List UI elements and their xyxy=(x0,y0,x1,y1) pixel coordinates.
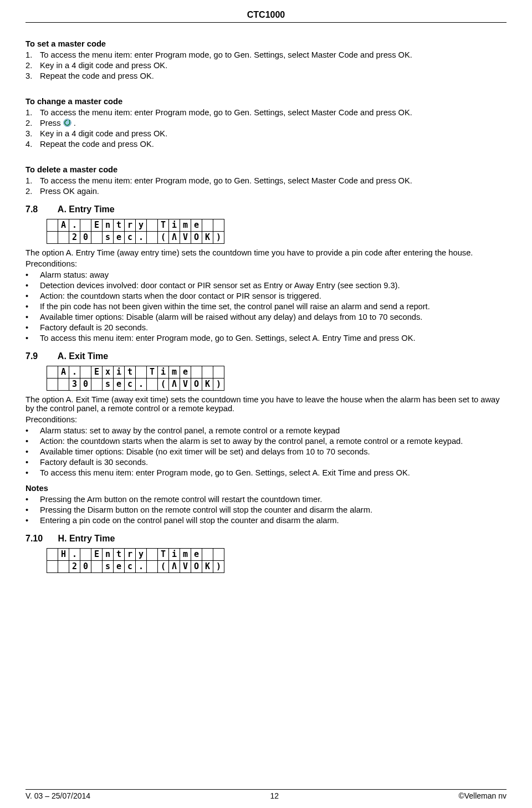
bullet-marker: • xyxy=(25,270,40,279)
heading-notes: Notes xyxy=(25,484,507,493)
heading-num: 7.8 xyxy=(25,204,55,214)
change-master-step: 1.To access the menu item: enter Program… xyxy=(25,108,507,117)
lcd-cell xyxy=(47,219,58,232)
bullet-text: Factory default is 30 seconds. xyxy=(40,458,148,467)
page-footer: V. 03 – 25/07/2014 12 ©Velleman nv xyxy=(25,789,507,800)
lcd-cell: m xyxy=(180,219,191,232)
bullet-text: Pressing the Arm button on the remote co… xyxy=(40,495,322,504)
lcd-cell: s xyxy=(103,561,114,573)
lcd-cell: K xyxy=(202,561,213,573)
lcd-cell: e xyxy=(114,379,125,391)
heading-num: 7.10 xyxy=(25,534,55,544)
text: Repeat the code and press OK. xyxy=(40,71,154,80)
lcd-cell: t xyxy=(125,366,136,379)
lcd-cell: t xyxy=(114,219,125,232)
heading-num: 7.9 xyxy=(25,351,55,361)
heading-7-10: 7.10 H. Entry Time xyxy=(25,534,507,544)
lcd-cell xyxy=(47,366,58,379)
lcd-cell: Ʌ xyxy=(169,379,180,391)
lcd-cell xyxy=(47,561,58,573)
change-master-step: 2. Press . xyxy=(25,119,507,127)
lcd-cell: E xyxy=(91,366,103,379)
heading-change-master: To change a master code xyxy=(25,97,507,106)
bullet-marker: • xyxy=(25,292,40,300)
lcd-cell xyxy=(147,232,158,244)
text: Repeat the code and press OK. xyxy=(40,140,154,149)
lcd-cell: 3 xyxy=(69,379,80,391)
bullet-marker: • xyxy=(25,495,40,504)
bullet-text: Alarm status: set to away by the control… xyxy=(40,426,340,435)
bullet-item: •Available timer options: Disable (no ex… xyxy=(25,447,507,456)
lcd-cell xyxy=(58,379,69,391)
text: To access the menu item: enter Program m… xyxy=(40,108,412,117)
bullet-item: •Pressing the Disarm button on the remot… xyxy=(25,505,507,514)
lcd-cell xyxy=(213,549,224,561)
lcd-cell: m xyxy=(169,366,180,379)
footer-page-num: 12 xyxy=(270,791,279,800)
heading-delete-master: To delete a master code xyxy=(25,165,507,174)
bullet-marker: • xyxy=(25,437,40,446)
delete-master-step: 2.Press OK again. xyxy=(25,187,507,196)
bullet-list-79: •Alarm status: set to away by the contro… xyxy=(25,426,507,477)
bullet-item: •Factory default is 20 seconds. xyxy=(25,323,507,332)
lcd-cell xyxy=(58,232,69,244)
lcd-cell: 0 xyxy=(80,379,91,391)
text: Press OK again. xyxy=(40,187,99,196)
bullet-marker: • xyxy=(25,302,40,311)
header-rule xyxy=(25,22,507,23)
refresh-icon xyxy=(63,119,71,127)
bullet-item: •Alarm status: set to away by the contro… xyxy=(25,426,507,435)
lcd-cell: e xyxy=(191,219,202,232)
text: Key in a 4 digit code and press OK. xyxy=(40,61,167,70)
bullet-text: Action: the countdown starts when the do… xyxy=(40,292,321,300)
bullet-text: To access this menu item: enter Program … xyxy=(40,468,410,477)
bullet-marker: • xyxy=(25,313,40,321)
bullet-item: •Factory default is 30 seconds. xyxy=(25,458,507,467)
bullet-text: Available timer options: Disable (no exi… xyxy=(40,447,370,456)
lcd-cell xyxy=(58,561,69,573)
lcd-cell: r xyxy=(125,549,136,561)
lcd-a-exit-time: A. Exit Time 30 sec. (ɅVOK) xyxy=(47,366,224,391)
lcd-cell: e xyxy=(114,561,125,573)
lcd-cell: 0 xyxy=(80,561,91,573)
lcd-cell: ( xyxy=(158,561,169,573)
lcd-cell: 0 xyxy=(80,232,91,244)
text-frag: Press xyxy=(40,119,63,127)
lcd-cell xyxy=(147,561,158,573)
heading-7-8: 7.8 A. Entry Time xyxy=(25,204,507,214)
doc-header: CTC1000 xyxy=(25,10,507,22)
lcd-cell xyxy=(202,549,213,561)
bullet-item: •Pressing the Arm button on the remote c… xyxy=(25,495,507,504)
lcd-cell: ( xyxy=(158,379,169,391)
bullet-item: •If the pin code has not been given with… xyxy=(25,302,507,311)
bullet-marker: • xyxy=(25,334,40,342)
lcd-cell: y xyxy=(136,219,147,232)
lcd-cell: i xyxy=(158,366,169,379)
lcd-cell: ) xyxy=(213,379,224,391)
lcd-cell: i xyxy=(169,549,180,561)
lcd-cell: K xyxy=(202,379,213,391)
set-master-step: 1.To access the menu item: enter Program… xyxy=(25,50,507,59)
lcd-cell: ) xyxy=(213,232,224,244)
lcd-cell: t xyxy=(114,549,125,561)
footer-rule xyxy=(25,789,507,790)
lcd-cell: e xyxy=(180,366,191,379)
text: Press . xyxy=(40,119,76,127)
text-frag: . xyxy=(74,119,76,127)
bullet-marker: • xyxy=(25,468,40,477)
footer-version: V. 03 – 25/07/2014 xyxy=(25,791,90,800)
bullet-marker: • xyxy=(25,458,40,467)
lcd-cell: s xyxy=(103,379,114,391)
lcd-cell xyxy=(80,219,91,232)
lcd-cell xyxy=(91,379,103,391)
lcd-cell: . xyxy=(69,366,80,379)
heading-title: H. Entry Time xyxy=(58,534,115,543)
footer-copyright: ©Velleman nv xyxy=(458,791,507,800)
bullet-item: •Available timer options: Disable (alarm… xyxy=(25,313,507,321)
lcd-cell: T xyxy=(158,549,169,561)
lcd-cell: Ʌ xyxy=(169,561,180,573)
text: Key in a 4 digit code and press OK. xyxy=(40,129,167,138)
bullet-marker: • xyxy=(25,281,40,290)
bullet-text: Detection devices involved: door contact… xyxy=(40,281,400,290)
lcd-cell: V xyxy=(180,379,191,391)
